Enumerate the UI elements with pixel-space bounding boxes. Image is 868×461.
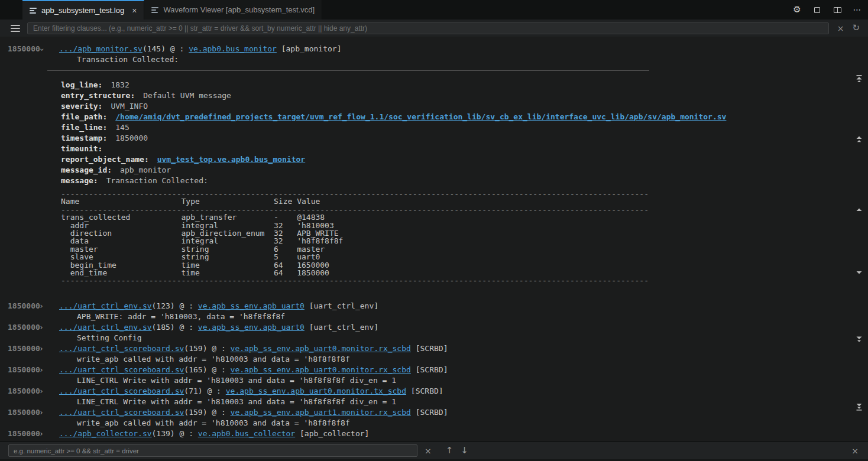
- fast-scroll-up-icon[interactable]: [855, 135, 863, 144]
- close-search-icon[interactable]: ×: [851, 447, 859, 455]
- detail-label: timestamp:: [61, 134, 107, 142]
- detail-row: log_line:1832: [61, 80, 868, 90]
- detail-row: message:Transaction Collected:: [61, 176, 868, 186]
- detail-value-link[interactable]: /home/amiq/dvt_predefined_projects_targe…: [115, 112, 726, 121]
- source-file-link[interactable]: .../apb_collector.sv: [59, 429, 152, 438]
- detail-label: file_line:: [61, 123, 107, 132]
- entry-message: APB_WRITE: addr = 'h810003, data = 'h8f8…: [59, 311, 868, 322]
- detail-label: log_line:: [61, 80, 102, 89]
- filter-input[interactable]: [27, 22, 829, 34]
- hierarchy-path-link[interactable]: ve.apb_ss_env.apb_uart0.monitor.rx_scbd: [231, 344, 411, 353]
- detail-label: message_id:: [61, 165, 112, 174]
- log-entry-expanded: 1850000 › .../apb_monitor.sv(145) @ : ve…: [0, 44, 868, 285]
- detail-row: timestamp:1850000: [61, 133, 868, 144]
- detail-row: timeunit:: [61, 144, 868, 154]
- entry-tag: [SCRBD]: [411, 365, 448, 374]
- hierarchy-path-link[interactable]: ve.apb_ss_env.apb_uart0: [198, 301, 305, 310]
- entry-line-info: (165) @ :: [184, 365, 230, 374]
- entry-message: LINE_CTRL Write with addr = 'h810003 and…: [59, 397, 868, 407]
- split-editor-icon[interactable]: [833, 5, 842, 15]
- source-file-link[interactable]: .../uart_ctrl_env.sv: [59, 301, 152, 310]
- detail-row: file_path:/home/amiq/dvt_predefined_proj…: [61, 112, 868, 122]
- search-bar: × ↑ ↓ ×: [0, 441, 868, 461]
- clear-search-icon[interactable]: ×: [425, 447, 432, 455]
- jump-to-top-icon[interactable]: [855, 74, 863, 83]
- chevron-down-icon[interactable]: ›: [37, 47, 47, 52]
- more-actions-icon[interactable]: ⋯: [853, 5, 862, 15]
- detail-value: apb_monitor: [120, 165, 171, 174]
- jump-to-bottom-icon[interactable]: [855, 403, 863, 411]
- clear-filter-icon[interactable]: ×: [837, 24, 844, 33]
- entry-message: write_apb called with addr = 'h810003 an…: [59, 418, 868, 428]
- detail-row: entry_structure:Default UVM message: [61, 90, 868, 101]
- uvm-transaction-table: ----------------------------------------…: [61, 190, 868, 285]
- hierarchy-path-link[interactable]: ve.apb0.bus_collector: [198, 429, 295, 438]
- source-file-link[interactable]: .../apb_monitor.sv: [59, 44, 142, 53]
- log-entry-list: 1850000›.../uart_ctrl_env.sv(123) @ : ve…: [0, 301, 868, 441]
- entry-timestamp: 1850000: [8, 407, 40, 418]
- entry-details: log_line:1832entry_structure:Default UVM…: [61, 80, 868, 186]
- detail-label: file_path:: [61, 112, 107, 121]
- hierarchy-path-link[interactable]: ve.apb0.bus_monitor: [189, 44, 277, 53]
- scroll-marker-rail: [854, 37, 866, 441]
- search-input[interactable]: [8, 444, 417, 457]
- hierarchy-path-link[interactable]: ve.apb_ss_env.apb_uart1.monitor.rx_scbd: [231, 408, 411, 417]
- entry-message: write_apb called with addr = 'h810003 an…: [59, 354, 868, 365]
- detail-label: report_object_name:: [61, 155, 149, 164]
- source-file-link[interactable]: .../uart_ctrl_scoreboard.sv: [59, 365, 184, 374]
- chevron-right-icon[interactable]: ›: [39, 407, 44, 418]
- entry-timestamp: 1850000: [8, 343, 40, 354]
- tab-waveform-viewer[interactable]: Waveform Viewer [apb_subsystem_test.vcd]: [144, 0, 322, 20]
- hierarchy-path-link[interactable]: ve.apb_ss_env.apb_uart0: [198, 323, 305, 332]
- hierarchy-path-link[interactable]: ve.apb_ss_env.apb_uart0.monitor.rx_scbd: [231, 365, 411, 374]
- log-file-icon: [151, 7, 159, 14]
- tab-log-file[interactable]: apb_subsystem_test.log ×: [22, 0, 144, 20]
- close-tab-icon[interactable]: ×: [132, 7, 137, 15]
- hierarchy-path-link[interactable]: ve.apb_ss_env.apb_uart0.monitor.tx_scbd: [226, 387, 406, 395]
- detail-row: file_line:145: [61, 122, 868, 133]
- source-file-link[interactable]: .../uart_ctrl_scoreboard.sv: [59, 344, 184, 353]
- scroll-up-icon[interactable]: [855, 206, 863, 214]
- gear-icon[interactable]: ⚙: [792, 5, 802, 15]
- arrow-up-icon[interactable]: ↑: [446, 446, 454, 455]
- fast-scroll-down-icon[interactable]: [855, 336, 863, 344]
- tab-bar-spacer: [0, 0, 22, 20]
- entry-line-info: (123) @ :: [152, 301, 198, 310]
- chevron-right-icon[interactable]: ›: [39, 428, 44, 439]
- entry-tag: [SCRBD]: [406, 387, 443, 395]
- entry-tag: [uart_ctrl_env]: [305, 301, 378, 310]
- chevron-right-icon[interactable]: ›: [39, 301, 44, 311]
- detail-row: report_object_name:uvm_test_top.ve.apb0.…: [61, 154, 868, 165]
- detail-label: timeunit:: [61, 144, 102, 153]
- entry-line-info: (145) @ :: [142, 44, 189, 53]
- detail-row: message_id:apb_monitor: [61, 165, 868, 176]
- detail-value-link[interactable]: uvm_test_top.ve.apb0.bus_monitor: [157, 155, 305, 164]
- log-entry: 1850000›.../uart_ctrl_scoreboard.sv(165)…: [0, 365, 868, 386]
- entry-tag: [uart_ctrl_env]: [305, 323, 378, 332]
- detail-label: entry_structure:: [61, 91, 135, 100]
- log-entry: 1850000›.../uart_ctrl_env.sv(185) @ : ve…: [0, 322, 868, 343]
- entry-message: LINE_CTRL Write with addr = 'h810003 and…: [59, 375, 868, 386]
- source-file-link[interactable]: .../uart_ctrl_scoreboard.sv: [59, 408, 184, 417]
- detail-value: UVM_INFO: [111, 102, 148, 111]
- entry-message: Setting Config: [59, 333, 868, 343]
- chevron-right-icon[interactable]: ›: [39, 365, 44, 375]
- entry-line-info: (71) @ :: [184, 387, 225, 395]
- source-file-link[interactable]: .../uart_ctrl_env.sv: [59, 323, 152, 332]
- filter-bar: × ↻: [0, 20, 868, 37]
- entry-timestamp: 1850000: [8, 322, 40, 333]
- source-file-link[interactable]: .../uart_ctrl_scoreboard.sv: [59, 387, 184, 395]
- chevron-right-icon[interactable]: ›: [39, 322, 44, 333]
- refresh-icon[interactable]: ↻: [852, 24, 860, 33]
- editor-tab-bar: apb_subsystem_test.log × Waveform Viewer…: [0, 0, 868, 20]
- entry-timestamp: 1850000: [8, 428, 40, 439]
- arrow-down-icon[interactable]: ↓: [461, 446, 468, 455]
- hamburger-menu-icon[interactable]: [11, 25, 20, 32]
- maximize-icon[interactable]: [812, 5, 822, 15]
- separator-line: [47, 70, 649, 71]
- chevron-right-icon[interactable]: ›: [39, 343, 44, 354]
- chevron-right-icon[interactable]: ›: [39, 386, 44, 397]
- scroll-down-icon[interactable]: [855, 268, 863, 277]
- entry-timestamp: 1850000: [8, 365, 40, 375]
- log-entry: 1850000›.../apb_collector.sv(139) @ : ve…: [0, 428, 868, 441]
